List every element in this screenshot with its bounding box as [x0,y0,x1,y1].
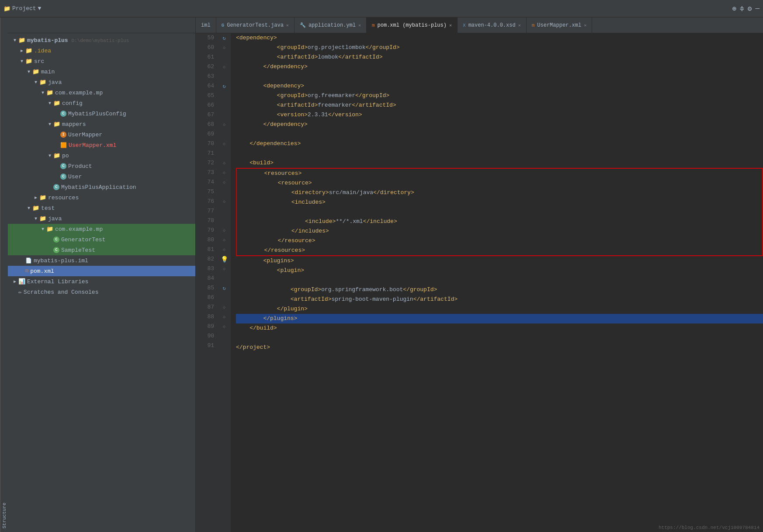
tree-item-main[interactable]: ▼ 📁 main [8,66,195,77]
tree-item-idea[interactable]: ▶ 📁 .idea [8,45,195,56]
tree-item-usermapper-xml[interactable]: 🟧 UserMapper.xml [8,140,195,150]
tree-item-test[interactable]: ▼ 📁 test [8,203,195,213]
tree-label-mappers: mappers [62,121,86,128]
tree-item-product[interactable]: C Product [8,161,195,171]
folder-icon: 📁 [18,37,25,44]
tab-iml[interactable]: iml [196,17,216,33]
tree-item-com-example[interactable]: ▼ 📁 com.example.mp [8,87,195,98]
tab-application[interactable]: 🔧 application.yml ✕ [295,17,367,33]
code-line-72: <build> [236,158,763,168]
project-title[interactable]: 📁 Project ▼ [3,5,41,12]
class-icon-product: C [60,163,66,169]
code-line-65: <groupId>org.freemarker</groupId> [236,91,763,101]
code-line-60: <groupId>org.projectlombok</groupId> [236,43,763,52]
gutter-73: ◇ [218,168,231,177]
gutter-91 [218,341,231,351]
tree-arrow-com: ▼ [39,90,46,95]
gutter-86 [218,293,231,303]
generator-close[interactable]: ✕ [286,23,289,28]
scratches-icon: ✏ [18,289,22,296]
structure-tab[interactable]: Structure [0,17,8,532]
tree-item-generator[interactable]: C GeneratorTest [8,234,195,245]
tree-item-ext-libs[interactable]: ▶ 📊 External Libraries [8,276,195,287]
tab-generator[interactable]: G GeneratorTest.java ✕ [216,17,295,33]
code-line-84 [236,275,763,285]
folder-icon-ext: 📊 [18,278,25,285]
tree-label-main: main [41,69,55,75]
editor-area: iml G GeneratorTest.java ✕ 🔧 application… [196,17,763,532]
tab-usermapper[interactable]: m UserMapper.xml ✕ [527,17,592,33]
project-tree[interactable]: ▼ 📁 mybatis-plus D:\demo\mybatis-plus ▶ … [8,33,195,532]
tree-item-app[interactable]: C MybatisPlusApplication [8,182,195,192]
tree-item-user[interactable]: C User [8,171,195,182]
usermapper-close[interactable]: ✕ [584,23,586,28]
tree-item-java[interactable]: ▼ 📁 java [8,77,195,87]
code-line-64: <dependency> [236,81,763,91]
gutter-80: ◇ [218,235,231,245]
tree-label-iml: mybatis-plus.iml [34,257,88,264]
project-dropdown-arrow[interactable]: ▼ [38,5,42,12]
code-line-85: <groupId>org.springframework.boot</group… [236,285,763,295]
pom-close[interactable]: ✕ [449,23,452,28]
tree-item-scratches[interactable]: ✏ Scratches and Consoles [8,287,195,297]
tree-item-po[interactable]: ▼ 📁 po [8,150,195,161]
minimize-icon[interactable]: — [755,5,760,13]
code-line-89: </build> [236,323,763,333]
gear-icon[interactable]: ⚙ [748,4,752,13]
tree-arrow-idea: ▶ [18,48,25,53]
code-line-68: </dependency> [236,120,763,129]
folder-icon-po: 📁 [53,152,60,159]
tree-item-src[interactable]: ▼ 📁 src [8,56,195,66]
tab-maven[interactable]: X maven-4.0.0.xsd ✕ [458,17,527,33]
maven-close[interactable]: ✕ [518,23,521,28]
tree-item-iml[interactable]: 📄 mybatis-plus.iml [8,255,195,266]
tree-label-usermapper: UserMapper [68,132,102,138]
application-close[interactable]: ✕ [358,23,361,28]
tree-label-po: po [62,153,69,159]
tree-item-resources[interactable]: ▶ 📁 resources [8,192,195,203]
code-line-74: <resource> [237,178,762,188]
code-line-91: </project> [236,343,763,352]
tab-bar [8,17,195,33]
tree-item-mybatisconfig[interactable]: C MybatisPlusConfig [8,108,195,119]
tree-label-pom: pom.xml [30,268,54,275]
tab-pom[interactable]: m pom.xml (mybatis-plus) ✕ [367,17,458,33]
iml-icon: 📄 [25,257,32,264]
tree-arrow-src: ▼ [18,59,25,64]
folder-icon-java: 📁 [39,79,46,86]
tree-label-ext-libs: External Libraries [27,278,88,285]
top-bar: 📁 Project ▼ ⊕ ≑ ⚙ — [0,0,763,17]
tree-item-pom[interactable]: m pom.xml [8,266,195,276]
tree-arrow: ▼ [11,38,18,43]
tree-item-config[interactable]: ▼ 📁 config [8,98,195,108]
code-line-blank [236,352,763,362]
tree-item-sampletest[interactable]: C SampleTest [8,245,195,255]
sync-icon[interactable]: ⊕ [732,4,736,13]
settings-icon[interactable]: ≑ [740,4,744,13]
code-line-87: </plugin> [236,304,763,314]
tree-item-mappers[interactable]: ▼ 📁 mappers [8,119,195,129]
code-content[interactable]: <dependency> <groupId>org.projectlombok<… [231,33,763,532]
class-icon-user: C [60,174,66,180]
tree-item-root[interactable]: ▼ 📁 mybatis-plus D:\demo\mybatis-plus [8,35,195,45]
top-bar-icons: ⊕ ≑ ⚙ — [732,4,760,13]
gutter-88: ◇ [218,312,231,322]
gutter-90 [218,331,231,341]
gutter-68: ◇ [218,120,231,129]
tree-arrow-main: ▼ [25,70,32,74]
code-line-70: </dependencies> [236,139,763,149]
tree-arrow-config: ▼ [46,101,53,106]
gutter-69 [218,129,231,139]
tree-item-com-test[interactable]: ▼ 📁 com.example.mp [8,224,195,234]
gutter-77 [218,206,231,216]
gutter-82: 💡 [218,254,231,264]
line-numbers: 59 60 61 62 63 64 65 66 67 68 69 70 71 7… [196,33,218,532]
code-editor[interactable]: 59 60 61 62 63 64 65 66 67 68 69 70 71 7… [196,33,763,532]
folder-icon-mappers: 📁 [53,121,60,128]
maven-tab-label: maven-4.0.0.xsd [468,22,516,28]
tree-item-usermapper[interactable]: I UserMapper [8,129,195,140]
gutter-72: ◇ [218,158,231,168]
tree-item-java-test[interactable]: ▼ 📁 java [8,213,195,224]
tree-label-sampletest: SampleTest [61,247,95,254]
tree-arrow-resources: ▶ [32,195,39,200]
